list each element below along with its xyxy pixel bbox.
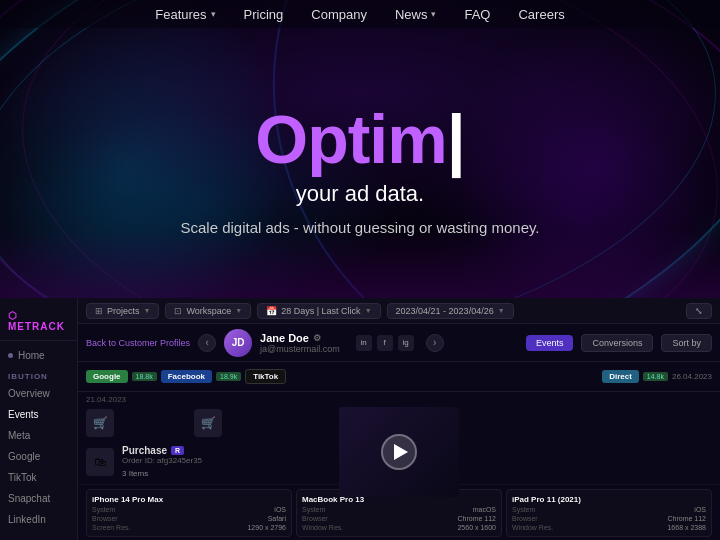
hero-content: Optim| your ad data. Scale digital ads -… xyxy=(180,102,539,236)
video-thumbnail[interactable] xyxy=(339,407,459,497)
system-value-macbook: macOS xyxy=(473,506,496,513)
toolbar: ⊞ Projects ▼ ⊡ Workspace ▼ 📅 28 Days | L… xyxy=(78,298,720,324)
date-left: 21.04.2023 xyxy=(78,392,720,407)
sidebar-meta-label: Meta xyxy=(8,430,30,441)
sidebar-item-google[interactable]: Google xyxy=(0,446,77,467)
profile-prev-button[interactable]: ‹ xyxy=(198,334,216,352)
play-triangle xyxy=(394,444,408,460)
sidebar-logo: ⬡ METRACK xyxy=(0,306,77,341)
hero-cursor: | xyxy=(447,101,465,177)
nav-item-faq[interactable]: FAQ xyxy=(464,7,490,22)
play-button[interactable] xyxy=(381,434,417,470)
sidebar-tiktok-label: TikTok xyxy=(8,472,37,483)
date-period-label: 2023/04/21 - 2023/04/26 xyxy=(396,306,494,316)
projects-icon: ⊞ xyxy=(95,306,103,316)
sidebar-item-events[interactable]: Events xyxy=(0,404,77,425)
calendar-icon: 📅 xyxy=(266,306,277,316)
browser-label-iphone: Browser xyxy=(92,515,118,522)
sidebar-logo-text: METRACK xyxy=(8,321,65,332)
event-badge: R xyxy=(171,446,184,455)
nav-item-news[interactable]: News▾ xyxy=(395,7,437,22)
system-label-macbook: System xyxy=(302,506,325,513)
hero-title-colored: Optim xyxy=(255,101,446,177)
device-ipad: iPad Pro 11 (2021) System iOS Browser Ch… xyxy=(506,489,712,537)
navigation: Features▾PricingCompanyNews▾FAQCareers xyxy=(0,0,720,28)
sidebar-events-label: Events xyxy=(8,409,39,420)
sidebar-linkedin-label: LinkedIn xyxy=(8,514,46,525)
res-label-iphone: Screen Res. xyxy=(92,524,131,531)
facebook-count: 18.9k xyxy=(216,372,241,381)
chevron-down-icon: ▾ xyxy=(211,9,216,19)
shopping-bag-icon: 🛍 xyxy=(94,455,106,469)
date-period-caret: ▼ xyxy=(498,307,505,314)
channel-tiktok[interactable]: TikTok xyxy=(245,369,286,384)
app-wrapper: ⬡ METRACK Home IBUTION Overview Events M… xyxy=(0,298,720,540)
projects-label: Projects xyxy=(107,306,140,316)
browser-value-macbook: Chrome 112 xyxy=(457,515,496,522)
hero-section: Optim| your ad data. Scale digital ads -… xyxy=(0,0,720,310)
hero-subtitle: your ad data. xyxy=(180,181,539,207)
social-icons: in f ig xyxy=(356,335,414,351)
date-period-button[interactable]: 2023/04/21 - 2023/04/26 ▼ xyxy=(387,303,514,319)
device-iphone-name: iPhone 14 Pro Max xyxy=(92,495,286,504)
avatar: JD xyxy=(224,329,252,357)
system-label-ipad: System xyxy=(512,506,535,513)
projects-caret: ▼ xyxy=(144,307,151,314)
cart-icon-2[interactable]: 🛒 xyxy=(194,409,222,437)
profile-name: Jane Doe ⚙ xyxy=(260,332,340,344)
back-link[interactable]: Back to Customer Profiles xyxy=(86,338,190,348)
workspace-button[interactable]: ⊡ Workspace ▼ xyxy=(165,303,251,319)
hero-description: Scale digital ads - without guessing or … xyxy=(180,219,539,236)
channel-direct[interactable]: Direct xyxy=(602,370,639,383)
system-label-iphone: System xyxy=(92,506,115,513)
purchase-icon-box: 🛍 xyxy=(86,448,114,476)
channel-google[interactable]: Google xyxy=(86,370,128,383)
res-label-macbook: Window Res. xyxy=(302,524,343,531)
linkedin-icon[interactable]: in xyxy=(356,335,372,351)
conversions-button[interactable]: Conversions xyxy=(581,334,653,352)
profile-next-button[interactable]: › xyxy=(426,334,444,352)
channel-row: Google 18.8k Facebook 18.9k TikTok Direc… xyxy=(78,362,720,392)
gear-icon[interactable]: ⚙ xyxy=(313,333,321,343)
right-date: 26.04.2023 xyxy=(672,372,712,381)
workspace-label: Workspace xyxy=(186,306,231,316)
date-range-caret: ▼ xyxy=(365,307,372,314)
sort-by-button[interactable]: Sort by xyxy=(661,334,712,352)
device-ipad-name: iPad Pro 11 (2021) xyxy=(512,495,706,504)
nav-item-features[interactable]: Features▾ xyxy=(155,7,215,22)
system-value-ipad: iOS xyxy=(694,506,706,513)
sidebar-item-meta[interactable]: Meta xyxy=(0,425,77,446)
res-value-iphone: 1290 x 2796 xyxy=(247,524,286,531)
profile-bar: Back to Customer Profiles ‹ JD Jane Doe … xyxy=(78,324,720,362)
device-ipad-res: Window Res. 1668 x 2388 xyxy=(512,524,706,531)
sidebar-item-linkedin[interactable]: LinkedIn xyxy=(0,509,77,530)
device-ipad-system: System iOS xyxy=(512,506,706,513)
expand-button[interactable]: ⤡ xyxy=(686,303,712,319)
nav-item-pricing[interactable]: Pricing xyxy=(244,7,284,22)
device-ipad-browser: Browser Chrome 112 xyxy=(512,515,706,522)
cart-icon-1[interactable]: 🛒 xyxy=(86,409,114,437)
sidebar-dot xyxy=(8,353,13,358)
date-range-button[interactable]: 📅 28 Days | Last Click ▼ xyxy=(257,303,380,319)
profile-info: Jane Doe ⚙ ja@mustermail.com xyxy=(260,332,340,354)
device-iphone-browser: Browser Safari xyxy=(92,515,286,522)
res-label-ipad: Window Res. xyxy=(512,524,553,531)
sidebar-item-snapchat[interactable]: Snapchat xyxy=(0,488,77,509)
cart-svg-1: 🛒 xyxy=(93,416,108,430)
sidebar-item-tiktok[interactable]: TikTok xyxy=(0,467,77,488)
nav-item-careers[interactable]: Careers xyxy=(518,7,564,22)
sidebar-item-home[interactable]: Home xyxy=(0,345,77,366)
sidebar-logo-icon: ⬡ xyxy=(8,310,18,321)
browser-label-macbook: Browser xyxy=(302,515,328,522)
events-button[interactable]: Events xyxy=(526,335,574,351)
facebook-icon[interactable]: f xyxy=(377,335,393,351)
device-iphone: iPhone 14 Pro Max System iOS Browser Saf… xyxy=(86,489,292,537)
sidebar-item-overview[interactable]: Overview xyxy=(0,383,77,404)
nav-item-company[interactable]: Company xyxy=(311,7,367,22)
chevron-down-icon: ▾ xyxy=(431,9,436,19)
instagram-icon[interactable]: ig xyxy=(398,335,414,351)
cart-svg-2: 🛒 xyxy=(201,416,216,430)
projects-button[interactable]: ⊞ Projects ▼ xyxy=(86,303,159,319)
channel-facebook[interactable]: Facebook xyxy=(161,370,212,383)
browser-value-ipad: Chrome 112 xyxy=(667,515,706,522)
